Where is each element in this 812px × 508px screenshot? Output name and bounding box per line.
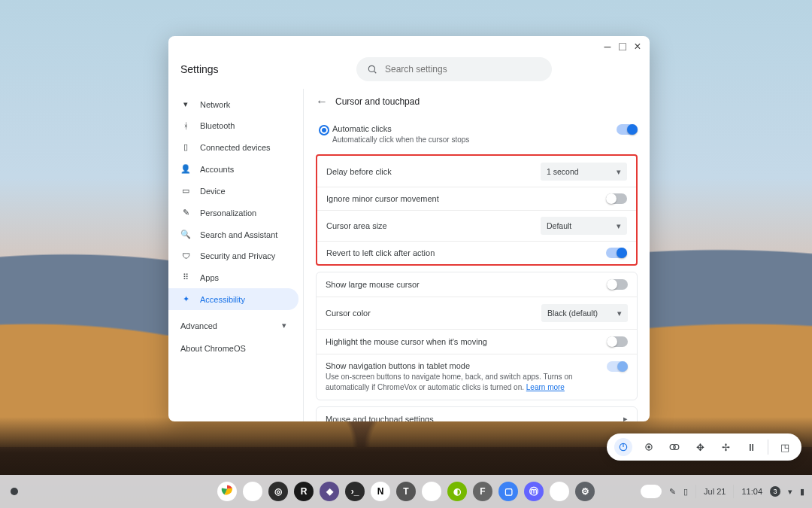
magnifier-icon: 🔍 [180,230,191,239]
shield-icon: 🛡 [180,251,191,260]
cursor-area-label: Cursor area size [326,221,541,230]
wifi-tray-icon: ▾ [788,487,792,497]
autoclick-action-panel: ✥ ✢ ⏸ ◳ [607,433,801,461]
automatic-clicks-label: Automatic clicks [332,124,617,133]
app-icon-12[interactable]: ▢ [498,482,518,501]
ignore-movement-toggle[interactable] [606,193,627,204]
revert-label: Revert to left click after action [326,248,606,257]
settings-shelf-icon[interactable]: ⚙ [575,482,595,501]
app-title: Settings [180,63,293,75]
left-click-icon[interactable] [614,438,632,456]
wifi-icon: ▾ [180,99,191,109]
notion-icon[interactable]: N [371,482,390,501]
chevron-down-icon: ▾ [617,309,622,318]
sidebar-about[interactable]: About ChromeOS [168,336,298,360]
revert-toggle[interactable] [606,248,627,258]
svg-point-0 [368,65,374,71]
scroll-icon[interactable]: ✢ [717,438,735,456]
app-icon-f[interactable]: F [473,482,492,501]
apps-grid-icon: ⠿ [180,272,191,282]
mastodon-icon[interactable]: ⓜ [524,482,544,501]
system-tray[interactable]: ✎ ▯ Jul 21 11:04 3 ▾ ▮ [641,485,804,498]
chevron-down-icon: ▾ [282,321,286,330]
cursor-area-select[interactable]: Default▾ [541,217,627,235]
launcher-button[interactable] [11,488,18,495]
person-icon: 👤 [180,164,191,174]
chevron-down-icon: ▾ [617,221,621,230]
cursor-color-label: Cursor color [326,309,541,318]
highlight-cursor-label: Highlight the mouse cursor when it's mov… [326,337,607,346]
settings-window: – □ × Settings ▾Network ᚼBluetooth ▯Conn… [168,36,650,421]
tray-date: Jul 21 [704,487,726,496]
svg-line-1 [374,71,377,74]
search-input[interactable] [385,64,541,75]
laptop-icon: ▭ [180,186,191,196]
sidebar-item-connected-devices[interactable]: ▯Connected devices [168,136,298,158]
large-cursor-toggle[interactable] [607,279,628,290]
sidebar-item-network[interactable]: ▾Network [168,93,298,115]
stylus-icon[interactable]: ✎ [669,487,676,497]
app-icon-5[interactable]: ◆ [320,482,339,501]
drag-icon[interactable]: ✥ [691,438,709,456]
sidebar-item-security-privacy[interactable]: 🛡Security and Privacy [168,245,298,266]
sidebar-item-search-assistant[interactable]: 🔍Search and Assistant [168,224,298,245]
mouse-touchpad-link[interactable]: Mouse and touchpad settings ▸ [317,407,637,421]
weather-icon [641,485,662,498]
app-icon-9[interactable]: ◆ [422,482,441,501]
sidebar-advanced[interactable]: Advanced▾ [168,315,298,336]
content-area: ← Cursor and touchpad Automatic clicks A… [304,89,650,421]
play-store-icon[interactable]: ▶ [243,482,262,501]
large-cursor-label: Show large mouse cursor [326,280,607,289]
double-click-icon[interactable] [665,438,683,456]
phone-icon: ▯ [180,142,191,152]
cursor-color-select[interactable]: Black (default)▾ [541,304,628,322]
position-icon[interactable]: ◳ [776,438,794,456]
search-field[interactable] [356,57,552,81]
terminal-icon[interactable]: ›_ [345,482,365,501]
sidebar-item-accessibility[interactable]: ✦Accessibility [168,288,298,310]
automatic-clicks-radio[interactable] [319,125,329,135]
delay-label: Delay before click [326,167,541,176]
app-icon-3[interactable]: ◎ [268,482,288,501]
sidebar-item-accounts[interactable]: 👤Accounts [168,158,298,180]
chevron-down-icon: ▾ [617,167,621,176]
battery-tray-icon: ▮ [800,487,804,497]
window-titlebar: – □ × [168,36,650,57]
search-icon [367,64,377,75]
pause-icon[interactable]: ⏸ [742,438,760,456]
learn-more-link[interactable]: Learn more [526,383,565,391]
automatic-clicks-toggle[interactable] [617,124,638,135]
sidebar: ▾Network ᚼBluetooth ▯Connected devices 👤… [168,89,304,421]
minimize-button[interactable]: – [603,42,612,51]
delay-select[interactable]: 1 second▾ [541,163,627,181]
highlight-cursor-toggle[interactable] [607,336,628,347]
sidebar-item-personalization[interactable]: ✎Personalization [168,202,298,224]
ignore-movement-label: Ignore minor cursor movement [326,194,606,203]
tablet-nav-toggle[interactable] [607,361,628,372]
app-icon-r[interactable]: R [294,482,314,501]
close-button[interactable]: × [633,42,642,51]
tablet-mode-icon[interactable]: ▯ [683,487,688,497]
shelf: ▶ ◎ R ◆ ›_ N T ◆ ◐ F ▢ ⓜ ◉ ⚙ ✎ ▯ Jul 21 … [0,475,812,508]
app-icon-t[interactable]: T [396,482,416,501]
automatic-clicks-sub: Automatically click when the cursor stop… [332,135,617,145]
right-click-icon[interactable] [640,438,658,456]
app-icon-14[interactable]: ◉ [550,482,569,501]
page-title: Cursor and touchpad [335,96,420,107]
highlighted-section: Delay before click 1 second▾ Ignore mino… [316,154,638,266]
chevron-right-icon: ▸ [623,414,628,421]
tablet-nav-label: Show navigation buttons in tablet mode [326,361,607,370]
sidebar-item-device[interactable]: ▭Device [168,180,298,202]
notification-badge[interactable]: 3 [770,486,780,497]
chrome-icon[interactable] [217,482,237,501]
bluetooth-icon: ᚼ [180,121,191,130]
sidebar-item-apps[interactable]: ⠿Apps [168,266,298,288]
settings-header: Settings [168,57,650,89]
tray-time: 11:04 [741,487,762,496]
maximize-button[interactable]: □ [618,42,627,51]
shelf-apps: ▶ ◎ R ◆ ›_ N T ◆ ◐ F ▢ ⓜ ◉ ⚙ [217,482,595,501]
accessibility-icon: ✦ [180,294,191,304]
back-button[interactable]: ← [316,95,328,108]
nvidia-icon[interactable]: ◐ [447,482,467,501]
sidebar-item-bluetooth[interactable]: ᚼBluetooth [168,115,298,136]
